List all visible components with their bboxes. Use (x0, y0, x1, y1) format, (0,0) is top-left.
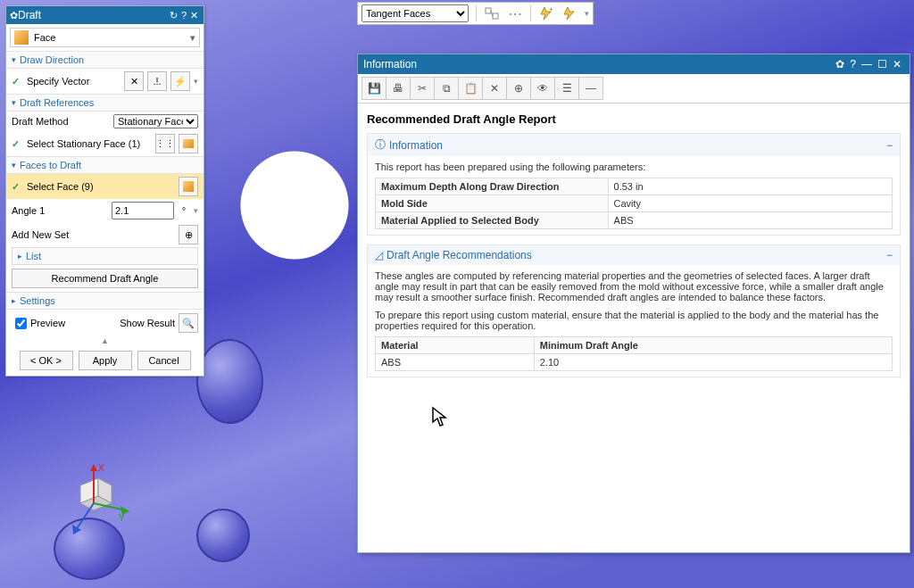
check-icon (12, 181, 23, 193)
svg-rect-0 (486, 8, 491, 13)
specify-vector-label: Specify Vector (27, 76, 120, 87)
recommend-draft-angle-button[interactable]: Recommend Draft Angle (12, 269, 198, 288)
bolt-add-icon[interactable]: + (538, 5, 554, 21)
specify-vector-row: Specify Vector ✕ .!. ⚡ ▾ (6, 69, 204, 94)
check-icon (12, 138, 23, 150)
collapse-icon[interactable]: − (886, 139, 893, 152)
view-triad[interactable]: X Y (49, 459, 129, 539)
filter-icon[interactable] (484, 5, 500, 21)
apply-button[interactable]: Apply (79, 351, 132, 370)
close-icon[interactable]: ✕ (893, 58, 902, 70)
chevron-down-icon: ▾ (190, 32, 195, 44)
collapse-icon[interactable]: − (886, 249, 893, 261)
report-title: Recommended Draft Angle Report (367, 112, 901, 126)
collapse-icon[interactable]: — (578, 77, 603, 100)
vector-x-button[interactable]: ✕ (124, 71, 144, 91)
preview-row: Preview Show Result 🔍 (6, 310, 204, 336)
section-faces-to-draft[interactable]: Faces to Draft (6, 156, 204, 174)
table-row: Material Applied to Selected BodyABS (376, 212, 893, 229)
add-set-button[interactable]: ⊕ (179, 225, 198, 244)
more-icon[interactable]: ⋯ (507, 5, 523, 21)
information-group-header[interactable]: ⓘ Information − (368, 134, 900, 156)
help-icon[interactable]: ? (850, 58, 856, 70)
section-draw-direction[interactable]: Draw Direction (6, 51, 204, 69)
bolt-gear-icon[interactable] (561, 5, 577, 21)
show-result-button[interactable]: 🔍 (179, 313, 198, 333)
svg-line-15 (76, 503, 94, 530)
maximize-icon[interactable]: ☐ (877, 58, 887, 70)
rec-paragraph-1: These angles are computed by referencing… (375, 270, 893, 302)
close-icon[interactable]: ✕ (190, 10, 198, 21)
stationary-face-button[interactable] (179, 134, 198, 153)
section-draft-references[interactable]: Draft References (6, 94, 204, 112)
selection-mode-dropdown[interactable]: Tangent Faces (361, 4, 469, 22)
col-angle: Minimum Draft Angle (534, 337, 892, 354)
target-icon[interactable]: ⊕ (506, 77, 531, 100)
angle-row: Angle 1 ° ▾ (6, 199, 204, 222)
cancel-button[interactable]: Cancel (137, 351, 191, 370)
chevron-down-icon[interactable]: ▾ (194, 77, 198, 86)
save-icon[interactable]: 💾 (361, 77, 386, 100)
svg-text:X: X (98, 463, 104, 473)
collapse-chevron-icon[interactable]: ▲ (6, 336, 204, 345)
toolbar-chevron-icon[interactable]: ▾ (585, 9, 589, 18)
angle-input[interactable] (112, 202, 174, 219)
vector-dots-button[interactable]: .!. (147, 71, 167, 91)
svg-marker-16 (72, 525, 81, 534)
info-intro: This report has been prepared using the … (375, 161, 893, 172)
print-icon[interactable]: 🖶 (386, 77, 411, 100)
draft-type-dropdown[interactable]: Face ▾ (10, 28, 200, 47)
information-group: ⓘ Information − This report has been pre… (367, 133, 901, 236)
draft-method-label: Draft Method (12, 116, 110, 127)
preview-checkbox[interactable] (15, 318, 27, 329)
paste-icon[interactable]: 📋 (458, 77, 483, 100)
stationary-dots-button[interactable]: ⋮⋮ (155, 134, 175, 153)
settings-icon[interactable]: ✿ (835, 58, 844, 70)
face-icon (14, 30, 29, 45)
svg-text:Y: Y (119, 513, 125, 523)
dialog-buttons: < OK > Apply Cancel (6, 345, 204, 376)
draft-dialog: ✿ Draft ↻ ? ✕ Face ▾ Draw Direction Spec… (5, 5, 204, 377)
angle-label: Angle 1 (12, 205, 108, 216)
recommendations-group-header[interactable]: ◿ Draft Angle Recommendations − (368, 245, 900, 265)
svg-rect-1 (493, 13, 498, 19)
draft-method-row: Draft Method Stationary Face (6, 112, 204, 131)
angle-icon: ◿ (375, 249, 383, 261)
info-title-bar[interactable]: Information ✿ ? — ☐ ✕ (358, 54, 910, 74)
reset-icon[interactable]: ↻ (170, 10, 178, 21)
draft-title-bar[interactable]: ✿ Draft ↻ ? ✕ (6, 6, 204, 24)
face-pick-button[interactable] (179, 177, 198, 196)
list-header[interactable]: List (12, 247, 198, 265)
preview-label: Preview (30, 318, 65, 328)
draft-angle-table: Material Minimum Draft Angle ABS 2.10 (375, 336, 893, 371)
check-icon (12, 76, 23, 87)
add-new-set-label: Add New Set (12, 229, 175, 240)
chevron-down-icon[interactable]: ▾ (194, 206, 198, 215)
draft-method-dropdown[interactable]: Stationary Face (113, 114, 198, 128)
information-window: Information ✿ ? — ☐ ✕ 💾 🖶 ✂ ⧉ 📋 ✕ ⊕ 👁 ☰ … (357, 54, 910, 553)
table-row: ABS 2.10 (376, 354, 893, 371)
draft-title: Draft (18, 9, 168, 21)
parameters-table: Maximum Depth Along Draw Direction0.53 i… (375, 178, 893, 229)
find-icon[interactable]: 👁 (530, 77, 555, 100)
info-icon: ⓘ (375, 137, 386, 153)
table-row: Mold SideCavity (376, 195, 893, 212)
show-result-label: Show Result (120, 318, 175, 328)
svg-marker-10 (90, 464, 97, 471)
col-material: Material (376, 337, 535, 354)
select-face-row[interactable]: Select Face (9) (6, 174, 204, 199)
gear-icon: ✿ (10, 10, 18, 21)
copy-icon[interactable]: ⧉ (434, 77, 459, 100)
cut-icon[interactable]: ✂ (410, 77, 435, 100)
select-stationary-row[interactable]: Select Stationary Face (1) ⋮⋮ (6, 131, 204, 156)
minimize-icon[interactable]: — (861, 58, 872, 70)
svg-marker-5 (564, 7, 574, 20)
help-icon[interactable]: ? (181, 10, 187, 21)
section-settings[interactable]: Settings (6, 292, 204, 310)
draft-type-label: Face (34, 32, 190, 43)
delete-icon[interactable]: ✕ (482, 77, 507, 100)
vector-pick-button[interactable]: ⚡ (170, 71, 190, 91)
list-icon[interactable]: ☰ (554, 77, 579, 100)
recommendations-group: ◿ Draft Angle Recommendations − These an… (367, 244, 901, 377)
ok-button[interactable]: < OK > (20, 351, 73, 370)
